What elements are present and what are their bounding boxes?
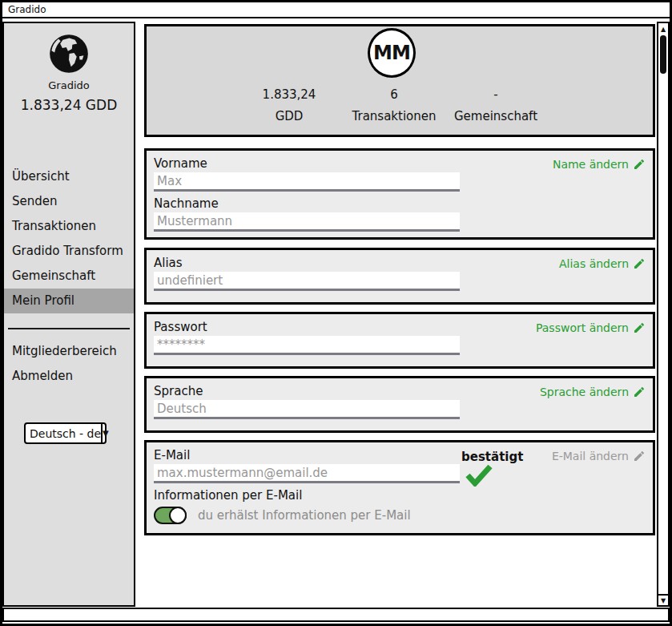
last-name-input[interactable] [154,212,460,232]
sidebar-item-gradido-transform[interactable]: Gradido Transform [4,239,134,264]
sidebar-item-transaktionen[interactable]: Transaktionen [4,214,134,239]
change-language-button[interactable]: Sprache ändern [540,386,646,398]
pencil-icon [633,450,646,462]
app-window: Gradido Gradido 1.833,24 GDD Übersicht S… [0,0,672,626]
newsletter-label: Informationen per E-Mail [154,488,646,503]
sidebar-item-abmelden[interactable]: Abmelden [4,364,134,389]
sidebar: Gradido 1.833,24 GDD Übersicht Senden Tr… [2,22,135,607]
password-card: Passwort ändern Passwort [144,312,655,369]
chevron-down-icon[interactable]: ▼ [101,424,109,442]
pencil-icon [633,321,646,334]
first-name-input[interactable] [154,172,460,192]
password-input[interactable] [154,336,460,355]
last-name-label: Nachname [154,196,646,211]
language-card: Sprache ändern Sprache [144,376,655,433]
sidebar-item-mein-profil[interactable]: Mein Profil [4,289,134,313]
pencil-icon [633,158,646,171]
pencil-icon [633,386,646,398]
vertical-scrollbar[interactable]: ▲ ▼ [657,22,670,607]
window-title: Gradido [8,4,46,15]
sidebar-divider [8,328,130,329]
language-dropdown-value: Deutsch - de [26,427,101,440]
change-email-label: E-Mail ändern [552,450,629,462]
sidebar-nav: Übersicht Senden Transaktionen Gradido T… [4,164,134,313]
change-name-button[interactable]: Name ändern [553,158,646,171]
scroll-up-icon[interactable]: ▲ [658,23,668,34]
alias-card: Alias ändern Alias [144,248,655,305]
profile-header-card: MM 1.833,24 GDD 6 Transaktionen - Gemein… [144,24,655,137]
sidebar-secondary-nav: Mitgliederbereich Abmelden [4,339,134,389]
globe-icon [48,33,90,75]
title-bar: Gradido [2,2,670,18]
email-input[interactable] [154,464,460,483]
change-language-label: Sprache ändern [540,386,629,398]
email-confirmed-badge: bestätigt [461,450,523,464]
balance-amount: 1.833,24 GDD [4,97,134,113]
logo-area: Gradido [4,33,134,91]
scroll-down-icon[interactable]: ▼ [658,594,668,605]
newsletter-toggle[interactable] [154,507,187,524]
sidebar-item-uebersicht[interactable]: Übersicht [4,164,134,189]
logo-label: Gradido [4,79,134,91]
name-card: Name ändern Vorname Nachname [144,148,655,240]
pencil-icon [633,257,646,270]
change-password-button[interactable]: Passwort ändern [536,321,646,334]
toggle-knob [169,507,187,524]
newsletter-row: du erhälst Informationen per E-Mail [154,507,646,524]
vertical-scrollbar-thumb[interactable] [660,35,666,74]
change-email-button: E-Mail ändern [552,450,646,462]
avatar: MM [368,28,416,78]
email-card: bestätigt E-Mail ändern E-Mail Informati… [144,440,655,535]
alias-input[interactable] [154,272,460,291]
sidebar-item-mitgliederbereich[interactable]: Mitgliederbereich [4,339,134,364]
change-alias-label: Alias ändern [559,257,629,270]
language-dropdown[interactable]: Deutsch - de ▼ [24,422,107,444]
stat-community-value: - [432,87,560,102]
stat-community-label: Gemeinschaft [432,109,560,123]
sidebar-item-gemeinschaft[interactable]: Gemeinschaft [4,264,134,289]
newsletter-hint: du erhälst Informationen per E-Mail [198,508,411,523]
check-icon [465,464,493,487]
change-alias-button[interactable]: Alias ändern [559,257,646,270]
sidebar-item-senden[interactable]: Senden [4,189,134,214]
horizontal-scrollbar[interactable] [2,608,670,622]
change-name-label: Name ändern [553,158,629,171]
change-password-label: Passwort ändern [536,321,629,334]
language-input[interactable] [154,400,460,419]
